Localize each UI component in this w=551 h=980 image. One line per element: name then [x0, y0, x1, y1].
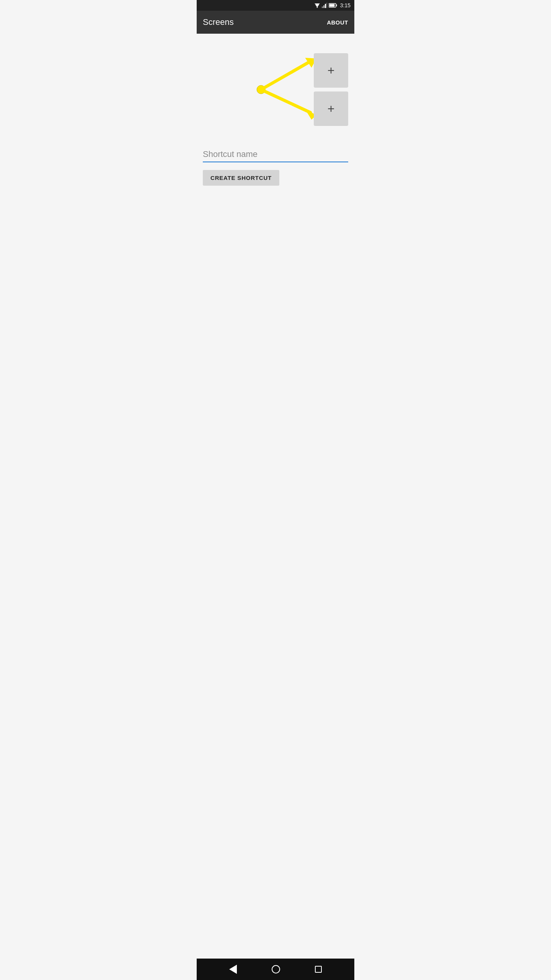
status-bar: 3:15	[197, 0, 354, 11]
svg-line-13	[261, 90, 310, 113]
svg-marker-1	[315, 3, 320, 6]
shortcut-name-input[interactable]	[203, 147, 348, 162]
create-shortcut-button[interactable]: CREATE SHORTCUT	[203, 170, 279, 186]
svg-point-10	[257, 85, 265, 94]
nav-recents-button[interactable]	[315, 966, 322, 973]
nav-home-button[interactable]	[272, 965, 280, 973]
app-title: Screens	[203, 17, 234, 27]
wifi-icon	[314, 3, 320, 8]
svg-rect-8	[329, 4, 334, 7]
svg-rect-6	[326, 3, 327, 8]
app-bar: Screens ABOUT	[197, 11, 354, 34]
status-icons: 3:15	[314, 2, 350, 8]
svg-rect-5	[325, 4, 326, 8]
icon-btn-1[interactable]: +	[314, 53, 348, 88]
main-content: + + CREATE SHORTCUT	[197, 34, 354, 959]
svg-rect-3	[322, 7, 323, 8]
icon-area: + +	[203, 40, 348, 139]
svg-rect-4	[323, 5, 324, 8]
nav-recents-icon	[315, 966, 322, 973]
battery-icon	[329, 3, 337, 8]
signal-icon	[322, 3, 327, 8]
nav-home-icon	[272, 965, 280, 973]
nav-bar	[197, 959, 354, 980]
svg-rect-9	[336, 5, 337, 7]
about-button[interactable]: ABOUT	[327, 19, 348, 26]
icon-btn-2[interactable]: +	[314, 91, 348, 126]
nav-back-button[interactable]	[229, 965, 237, 974]
status-time: 3:15	[340, 2, 350, 8]
nav-back-icon	[229, 965, 237, 974]
svg-line-11	[261, 61, 310, 90]
input-section	[203, 147, 348, 162]
icon-buttons: + +	[314, 53, 348, 126]
svg-point-2	[316, 7, 318, 8]
